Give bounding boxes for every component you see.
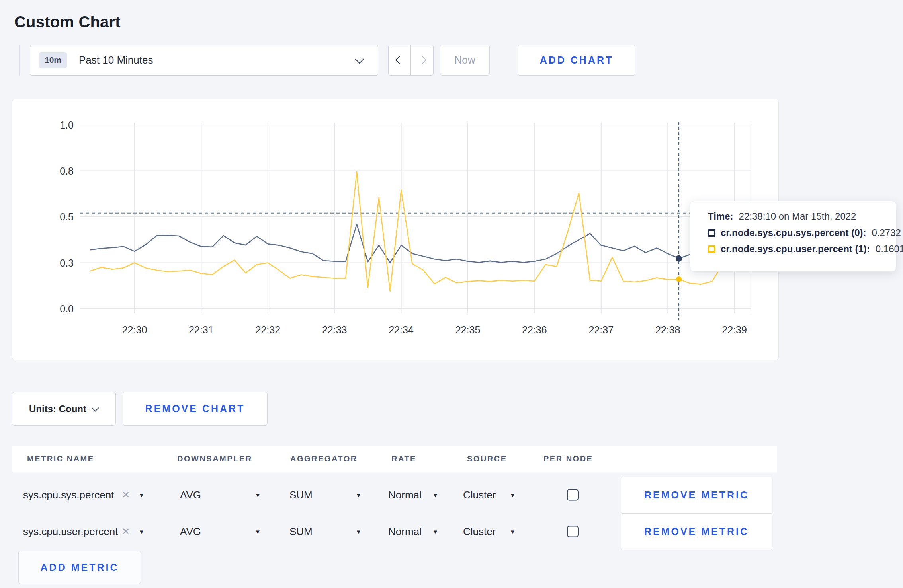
time-window-badge: 10m bbox=[39, 52, 67, 68]
svg-text:22:37: 22:37 bbox=[589, 324, 614, 335]
time-nav-group bbox=[388, 45, 434, 76]
tooltip-time-row: Time: 22:38:10 on Mar 15th, 2022 bbox=[708, 211, 888, 222]
source-select[interactable]: Cluster bbox=[463, 526, 496, 538]
remove-metric-label: REMOVE METRIC bbox=[644, 489, 749, 501]
col-header-metric-name: METRIC NAME bbox=[27, 454, 94, 463]
aggregator-caret-icon[interactable]: ▼ bbox=[356, 528, 362, 535]
next-time-button[interactable] bbox=[411, 45, 434, 76]
source-caret-icon[interactable]: ▼ bbox=[510, 492, 516, 498]
time-range-dropdown[interactable]: 10m Past 10 Minutes bbox=[30, 45, 378, 76]
svg-text:22:33: 22:33 bbox=[322, 324, 347, 335]
svg-text:0.5: 0.5 bbox=[60, 211, 74, 222]
metric-name-value[interactable]: sys.cpu.user.percent bbox=[23, 526, 118, 538]
svg-text:1.0: 1.0 bbox=[60, 119, 74, 130]
svg-text:22:31: 22:31 bbox=[189, 324, 214, 335]
tooltip-series-label: cr.node.sys.cpu.user.percent (1): bbox=[721, 243, 870, 255]
downsampler-caret-icon[interactable]: ▼ bbox=[255, 528, 261, 535]
tooltip-time-value: 22:38:10 on Mar 15th, 2022 bbox=[739, 211, 856, 222]
series-sys-swatch-icon bbox=[708, 229, 715, 237]
col-header-downsampler: DOWNSAMPLER bbox=[177, 454, 252, 463]
svg-text:22:36: 22:36 bbox=[522, 324, 547, 335]
metric-dropdown-caret-icon[interactable]: ▼ bbox=[139, 492, 145, 498]
svg-text:0.0: 0.0 bbox=[60, 303, 74, 314]
clear-metric-icon[interactable]: ✕ bbox=[122, 526, 130, 537]
tooltip-series-row: cr.node.sys.cpu.user.percent (1): 0.1601 bbox=[708, 243, 888, 255]
per-node-checkbox[interactable] bbox=[567, 526, 579, 537]
source-caret-icon[interactable]: ▼ bbox=[510, 528, 516, 535]
svg-text:22:32: 22:32 bbox=[256, 324, 281, 335]
units-label: Units: Count bbox=[29, 403, 86, 415]
metrics-table-header: METRIC NAME DOWNSAMPLER AGGREGATOR RATE … bbox=[12, 446, 777, 472]
remove-metric-button[interactable]: REMOVE METRIC bbox=[621, 513, 772, 550]
chart-tooltip: Time: 22:38:10 on Mar 15th, 2022 cr.node… bbox=[690, 201, 896, 272]
rate-caret-icon[interactable]: ▼ bbox=[432, 492, 438, 498]
remove-metric-label: REMOVE METRIC bbox=[644, 526, 749, 537]
tooltip-series-value: 0.2732 bbox=[872, 227, 901, 238]
col-header-source: SOURCE bbox=[467, 454, 507, 463]
source-select[interactable]: Cluster bbox=[463, 489, 496, 501]
tooltip-series-value: 0.1601 bbox=[876, 243, 903, 255]
svg-text:22:39: 22:39 bbox=[722, 324, 747, 335]
col-header-per-node: PER NODE bbox=[543, 454, 593, 463]
svg-text:22:38: 22:38 bbox=[655, 324, 680, 335]
rate-select[interactable]: Normal bbox=[388, 526, 422, 538]
series-user-swatch-icon bbox=[708, 245, 715, 253]
tooltip-series-label: cr.node.sys.cpu.sys.percent (0): bbox=[721, 227, 866, 238]
aggregator-select[interactable]: SUM bbox=[289, 526, 313, 538]
aggregator-select[interactable]: SUM bbox=[289, 489, 313, 501]
page-title: Custom Chart bbox=[14, 13, 121, 31]
rate-caret-icon[interactable]: ▼ bbox=[432, 528, 438, 535]
units-dropdown[interactable]: Units: Count bbox=[12, 392, 116, 426]
per-node-checkbox[interactable] bbox=[567, 489, 579, 501]
now-button[interactable]: Now bbox=[440, 45, 490, 76]
chevron-down-icon bbox=[355, 55, 364, 64]
add-chart-button[interactable]: ADD CHART bbox=[518, 45, 635, 76]
svg-text:22:34: 22:34 bbox=[389, 324, 414, 335]
svg-text:0.3: 0.3 bbox=[60, 257, 74, 269]
chevron-right-icon bbox=[418, 56, 427, 65]
remove-metric-button[interactable]: REMOVE METRIC bbox=[621, 477, 772, 514]
toolbar-divider bbox=[19, 45, 20, 76]
col-header-aggregator: AGGREGATOR bbox=[290, 454, 358, 463]
clear-metric-icon[interactable]: ✕ bbox=[122, 489, 130, 500]
chevron-down-icon bbox=[92, 404, 99, 411]
downsampler-caret-icon[interactable]: ▼ bbox=[255, 492, 261, 498]
metric-table-row: sys.cpu.user.percent ✕ ▼ AVG ▼ SUM ▼ Nor… bbox=[0, 513, 903, 550]
metric-name-value[interactable]: sys.cpu.sys.percent bbox=[23, 489, 114, 501]
remove-chart-button[interactable]: REMOVE CHART bbox=[123, 392, 268, 426]
custom-chart[interactable]: 22:3022:3122:3222:3322:3422:3522:3622:37… bbox=[12, 99, 779, 360]
chevron-left-icon bbox=[395, 56, 404, 65]
svg-text:22:30: 22:30 bbox=[122, 324, 147, 335]
time-range-label: Past 10 Minutes bbox=[79, 54, 153, 66]
tooltip-time-label: Time: bbox=[708, 211, 733, 222]
svg-text:0.8: 0.8 bbox=[60, 165, 74, 177]
add-metric-button[interactable]: ADD METRIC bbox=[18, 551, 141, 584]
downsampler-select[interactable]: AVG bbox=[180, 526, 201, 538]
aggregator-caret-icon[interactable]: ▼ bbox=[356, 492, 362, 498]
metric-table-row: sys.cpu.sys.percent ✕ ▼ AVG ▼ SUM ▼ Norm… bbox=[0, 477, 903, 513]
tooltip-series-row: cr.node.sys.cpu.sys.percent (0): 0.2732 bbox=[708, 227, 888, 238]
svg-text:22:35: 22:35 bbox=[455, 324, 481, 335]
downsampler-select[interactable]: AVG bbox=[180, 489, 201, 501]
metric-dropdown-caret-icon[interactable]: ▼ bbox=[139, 528, 145, 535]
prev-time-button[interactable] bbox=[388, 45, 411, 76]
col-header-rate: RATE bbox=[391, 454, 416, 463]
rate-select[interactable]: Normal bbox=[388, 489, 422, 501]
